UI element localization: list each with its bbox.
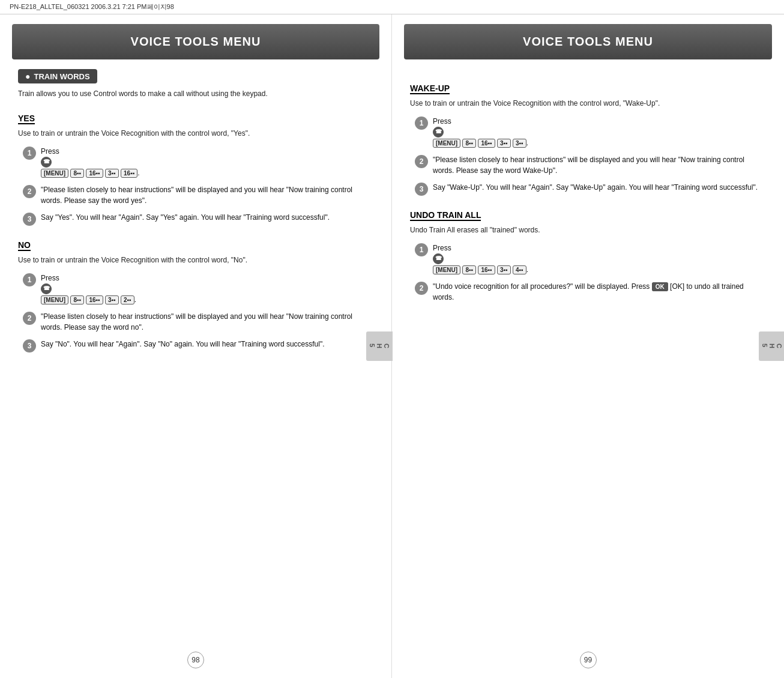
pages-container: VOICE TOOLS MENU TRAIN WORDS Train allow… (0, 14, 784, 678)
phone-key-undo: ☎ (433, 253, 444, 264)
undo-step-2-content: "Undo voice recognition for all procedur… (433, 281, 766, 303)
key-3-wu2: 3▪▪ (513, 139, 526, 148)
no-step-1-num: 1 (23, 273, 36, 286)
phone-key: ☎ (41, 157, 52, 168)
right-page-header: VOICE TOOLS MENU (404, 24, 772, 59)
wakeup-step-1: 1 Press ☎ [MENU] 8▪▪ 16▪▪ 3▪▪ 3▪▪. (415, 116, 766, 148)
no-steps: 1 Press ☎ [MENU] 8▪▪ 16▪▪ 3▪▪ 2▪▪. 2 "Pl… (18, 273, 373, 353)
yes-description: Use to train or untrain the Voice Recogn… (18, 128, 373, 139)
no-step-3: 3 Say "No". You will hear "Again". Say "… (23, 339, 373, 353)
undo-step-2: 2 "Undo voice recognition for all proced… (415, 281, 766, 303)
right-ch-tab: CH5 (759, 331, 784, 362)
menu-key-no: [MENU] (41, 295, 68, 304)
left-page-content: TRAIN WORDS Train allows you to use Cont… (0, 59, 391, 368)
yes-step-2: 2 "Please listen closely to hear instruc… (23, 184, 373, 206)
train-words-badge: TRAIN WORDS (18, 69, 97, 83)
no-step-3-num: 3 (23, 339, 36, 353)
no-step-1-content: Press ☎ [MENU] 8▪▪ 16▪▪ 3▪▪ 2▪▪. (41, 273, 136, 305)
no-step-1: 1 Press ☎ [MENU] 8▪▪ 16▪▪ 3▪▪ 2▪▪. (23, 273, 373, 305)
undo-step-1-content: Press ☎ [MENU] 8▪▪ 16▪▪ 3▪▪ 4▪▪. (433, 243, 528, 275)
key-3-1: 3▪▪ (105, 169, 119, 178)
no-step-2-num: 2 (23, 312, 36, 325)
key-16-1: 16▪▪ (86, 169, 103, 178)
key-3-undo: 3▪▪ (497, 265, 511, 274)
yes-step-1-content: Press ☎ [MENU] 8▪▪ 16▪▪ 3▪▪ 16▪▪. (41, 146, 140, 178)
key-8-undo: 8▪▪ (462, 265, 476, 274)
no-step-2: 2 "Please listen closely to hear instruc… (23, 311, 373, 333)
no-title: NO (18, 240, 31, 251)
key-16-no: 16▪▪ (86, 295, 103, 304)
left-page: VOICE TOOLS MENU TRAIN WORDS Train allow… (0, 14, 392, 678)
no-step-3-content: Say "No". You will hear "Again". Say "No… (41, 339, 325, 350)
wakeup-step-1-num: 1 (415, 117, 428, 130)
yes-title: YES (18, 114, 35, 124)
key-16-wu: 16▪▪ (478, 139, 495, 148)
train-intro: Train allows you to use Control words to… (18, 88, 373, 99)
undo-step-2-num: 2 (415, 282, 428, 295)
yes-step-1: 1 Press ☎ [MENU] 8▪▪ 16▪▪ 3▪▪ 16▪▪. (23, 146, 373, 178)
yes-step-3-num: 3 (23, 213, 36, 226)
ok-key: OK (652, 282, 668, 291)
yes-step-2-content: "Please listen closely to hear instructi… (41, 184, 373, 206)
wakeup-step-3-num: 3 (415, 183, 428, 196)
key-16-undo: 16▪▪ (478, 265, 495, 274)
key-8-wu: 8▪▪ (462, 139, 476, 148)
wakeup-section: WAKE-UP Use to train or untrain the Voic… (410, 77, 766, 196)
menu-key: [MENU] (41, 169, 68, 178)
top-bar: PN-E218_ALLTEL_060321 2006.3.21 7:21 PM페… (0, 0, 784, 14)
no-description: Use to train or untrain the Voice Recogn… (18, 255, 373, 265)
wakeup-step-2: 2 "Please listen closely to hear instruc… (415, 154, 766, 176)
key-8-no: 8▪▪ (70, 295, 84, 304)
right-page-content: WAKE-UP Use to train or untrain the Voic… (392, 59, 784, 318)
key-8: 8▪▪ (70, 169, 84, 178)
wakeup-step-3: 3 Say "Wake-Up". You will hear "Again". … (415, 182, 766, 196)
wakeup-title: WAKE-UP (410, 83, 450, 94)
left-ch-tab: CH5 (366, 331, 393, 362)
undo-step-1: 1 Press ☎ [MENU] 8▪▪ 16▪▪ 3▪▪ 4▪▪. (415, 243, 766, 275)
undo-steps: 1 Press ☎ [MENU] 8▪▪ 16▪▪ 3▪▪ 4▪▪. 2 (410, 243, 766, 303)
yes-steps: 1 Press ☎ [MENU] 8▪▪ 16▪▪ 3▪▪ 16▪▪. 2 "P… (18, 146, 373, 226)
yes-step-2-num: 2 (23, 185, 36, 198)
no-section: NO Use to train or untrain the Voice Rec… (18, 234, 373, 353)
undo-description: Undo Train All erases all "trained" word… (410, 225, 766, 235)
right-page-num: 99 (580, 652, 597, 668)
menu-key-wu: [MENU] (433, 139, 460, 148)
wakeup-step-3-content: Say "Wake-Up". You will hear "Again". Sa… (433, 182, 758, 193)
left-page-header: VOICE TOOLS MENU (12, 24, 379, 59)
yes-section: YES Use to train or untrain the Voice Re… (18, 107, 373, 226)
key-3-no: 3▪▪ (105, 295, 119, 304)
wakeup-step-1-content: Press ☎ [MENU] 8▪▪ 16▪▪ 3▪▪ 3▪▪. (433, 116, 528, 148)
wakeup-description: Use to train or untrain the Voice Recogn… (410, 98, 766, 109)
menu-key-undo: [MENU] (433, 265, 460, 274)
yes-step-3: 3 Say "Yes". You will hear "Again". Say … (23, 212, 373, 226)
left-page-num: 98 (187, 652, 204, 668)
wakeup-steps: 1 Press ☎ [MENU] 8▪▪ 16▪▪ 3▪▪ 3▪▪. 2 "Pl… (410, 116, 766, 196)
key-3-wu: 3▪▪ (497, 139, 511, 148)
top-bar-text: PN-E218_ALLTEL_060321 2006.3.21 7:21 PM페… (10, 3, 174, 10)
key-16-2: 16▪▪ (121, 169, 137, 178)
yes-step-3-content: Say "Yes". You will hear "Again". Say "Y… (41, 212, 330, 223)
right-page: VOICE TOOLS MENU WAKE-UP Use to train or… (392, 14, 784, 678)
phone-key-wu: ☎ (433, 127, 444, 138)
phone-key-no: ☎ (41, 283, 52, 294)
undo-title: UNDO TRAIN ALL (410, 210, 481, 221)
yes-step-1-num: 1 (23, 147, 36, 160)
wakeup-step-2-num: 2 (415, 155, 428, 168)
no-step-2-content: "Please listen closely to hear instructi… (41, 311, 373, 333)
undo-section: UNDO TRAIN ALL Undo Train All erases all… (410, 204, 766, 303)
key-2-no: 2▪▪ (121, 295, 134, 304)
undo-step-1-num: 1 (415, 243, 428, 256)
key-4-undo: 4▪▪ (513, 265, 526, 274)
wakeup-step-2-content: "Please listen closely to hear instructi… (433, 154, 766, 176)
